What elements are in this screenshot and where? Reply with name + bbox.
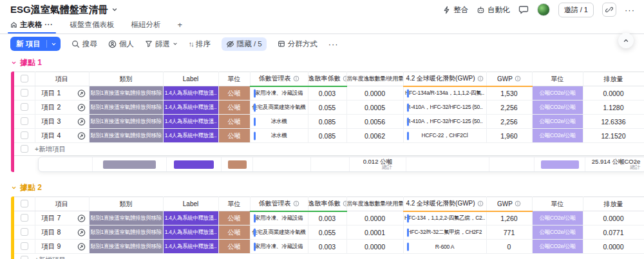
row-checkbox[interactable] (21, 256, 28, 259)
row-checkbox[interactable] (21, 103, 28, 111)
label-cell[interactable]: 1.4人為系統中釋放溫.. (163, 240, 218, 254)
expand-record-icon[interactable] (77, 214, 86, 222)
gwp-ref-cell[interactable]: R-600 A (403, 240, 486, 254)
col-header-gwp-unit[interactable]: 單位 (532, 72, 583, 86)
summary-category[interactable] (93, 157, 167, 171)
col-header-label[interactable]: Label (163, 72, 218, 86)
emission-cell[interactable]: 0.0771 (583, 225, 644, 240)
col-header-gwp-unit[interactable]: 單位 (532, 197, 583, 211)
item-cell[interactable]: 項目 4 (35, 129, 89, 143)
invite-button[interactable]: 邀請 / 1 (558, 3, 594, 17)
col-header-category[interactable]: 類別 (89, 72, 163, 86)
sort-button[interactable]: ↑↓ 排序 (189, 39, 211, 49)
integrations-button[interactable]: 整合 (442, 5, 468, 15)
gwp-unit-cell[interactable]: 公噸CO2e/公噸 (532, 101, 583, 115)
col-header-annual[interactable]: 當年度逸散數量/使用量 (346, 197, 403, 211)
summary-emission-total[interactable]: 25.914 公噸CO2e總計 (585, 157, 644, 171)
row-checkbox[interactable] (21, 89, 28, 97)
gwp-unit-cell[interactable]: 公噸CO2e/公噸 (532, 115, 583, 129)
add-item-button[interactable]: +新增項目 (35, 254, 644, 259)
row-checkbox-cell[interactable] (14, 211, 35, 225)
annual-cell[interactable]: 0.0000 (346, 240, 403, 254)
add-item-row[interactable]: +新增項目 (14, 143, 644, 156)
annual-cell[interactable]: 0.0056 (346, 115, 403, 129)
row-checkbox[interactable] (21, 242, 28, 250)
automation-button[interactable]: 自動化 (477, 5, 510, 15)
rate-cell[interactable]: 0.003 (308, 211, 346, 225)
add-view-button[interactable]: + (178, 20, 183, 34)
summary-label[interactable] (167, 157, 222, 171)
coeff-table-cell[interactable]: 冰水機 (250, 129, 308, 143)
expand-record-icon[interactable] (77, 242, 86, 251)
summary-coeff[interactable] (253, 157, 311, 171)
row-checkbox-cell[interactable] (14, 240, 35, 254)
gwp-cell[interactable]: 1,960 (486, 129, 532, 143)
item-cell[interactable]: 項目 2 (35, 101, 89, 115)
select-all-checkbox-cell[interactable] (14, 72, 35, 86)
coeff-table-cell[interactable]: 家用冷凍、冷藏設備 (250, 211, 308, 225)
table-row[interactable]: 項目 9 類別1直接溫室氣體排放與移除 1.4人為系統中釋放溫.. 公噸 家用冷… (14, 240, 644, 254)
select-all-checkbox[interactable] (21, 200, 28, 207)
expand-record-icon[interactable] (77, 117, 86, 126)
unit-cell[interactable]: 公噸 (218, 101, 250, 115)
expand-record-icon[interactable] (77, 131, 86, 140)
row-checkbox[interactable] (21, 214, 28, 222)
gwp-cell[interactable]: 0 (486, 240, 532, 254)
col-header-gwp[interactable]: GWP (486, 72, 532, 86)
rate-cell[interactable]: 0.085 (308, 129, 346, 143)
table-row[interactable]: 項目 7 類別1直接溫室氣體排放與移除 1.4人為系統中釋放溫.. 公噸 家用冷… (14, 211, 644, 225)
gwp-ref-cell[interactable]: HFC-134，1,1,2,2-四氟乙烷，C2.. (403, 211, 486, 225)
emission-cell[interactable]: 1.1280 (583, 101, 644, 115)
gwp-ref-cell[interactable]: HFC-32/R-32二氟甲烷，CH2F2 (403, 225, 486, 240)
item-cell[interactable]: 項目 3 (35, 115, 89, 129)
hide-fields-button[interactable]: 隱藏 / 5 (222, 37, 267, 51)
gwp-unit-cell[interactable]: 公噸CO2e/公噸 (532, 240, 583, 254)
row-checkbox-cell[interactable] (14, 86, 35, 101)
expand-record-icon[interactable] (77, 89, 86, 97)
item-cell[interactable]: 項目 9 (35, 240, 89, 254)
emission-cell[interactable]: 0.0000 (583, 240, 644, 254)
header-more-button[interactable]: ··· (625, 5, 635, 15)
row-checkbox[interactable] (21, 228, 28, 236)
gwp-ref-cell[interactable]: HCFC-22，CHF2Cl (403, 129, 486, 143)
comment-icon[interactable] (518, 5, 529, 15)
table-row[interactable]: 項目 1 類別1直接溫室氣體排放與移除 1.4人為系統中釋放溫.. 公噸 家用冷… (14, 86, 644, 101)
group-by-button[interactable]: 分群方式 (278, 39, 317, 49)
tab-pivot-analysis[interactable]: 樞紐分析 (131, 20, 161, 34)
title-chevron-down-icon[interactable] (111, 6, 118, 13)
coeff-table-cell[interactable]: 冰水機 (250, 115, 308, 129)
coeff-table-cell[interactable]: 住宅及商業建築冷氣機 (250, 101, 308, 115)
coeff-table-cell[interactable]: 家用冷凍、冷藏設備 (250, 240, 308, 254)
add-item-row[interactable]: +新增項目 (14, 254, 644, 259)
summary-gwp-unit[interactable] (535, 157, 585, 171)
col-header-rate[interactable]: 逸散率係數 (308, 72, 346, 86)
annual-cell[interactable]: 0.0001 (346, 225, 403, 240)
group-2-header[interactable]: 據點 2 (11, 182, 644, 193)
col-header-coeff-table[interactable]: 係數管理表 (250, 72, 308, 86)
add-item-button[interactable]: +新增項目 (35, 143, 644, 156)
row-checkbox-cell[interactable] (14, 115, 35, 129)
gwp-unit-cell[interactable]: 公噸CO2e/公噸 (532, 129, 583, 143)
col-header-unit[interactable]: 單位 (218, 72, 250, 86)
category-cell[interactable]: 類別1直接溫室氣體排放與移除 (89, 240, 163, 254)
summary-unit[interactable] (222, 157, 253, 171)
select-all-checkbox[interactable] (21, 75, 28, 82)
unit-cell[interactable]: 公噸 (218, 225, 250, 240)
col-header-emission[interactable]: 排放量 (583, 72, 644, 86)
label-cell[interactable]: 1.4人為系統中釋放溫.. (163, 101, 218, 115)
person-filter-button[interactable]: 個人 (108, 39, 134, 49)
gwp-ref-cell[interactable]: R-410A，HFC-32/HFC-125 (50.. (403, 101, 486, 115)
col-header-gwp-ref[interactable]: 4.2 全球暖化潛勢(GWP) (403, 72, 486, 86)
gwp-ref-cell[interactable]: HFC-134a/R-134a，1,1,1,2-四氟.. (403, 86, 486, 101)
label-cell[interactable]: 1.4人為系統中釋放溫.. (163, 129, 218, 143)
coeff-table-cell[interactable]: 住宅及商業建築冷氣機 (250, 225, 308, 240)
annual-cell[interactable]: 0.0000 (346, 211, 403, 225)
col-header-coeff-table[interactable]: 係數管理表 (250, 197, 308, 211)
category-cell[interactable]: 類別1直接溫室氣體排放與移除 (89, 86, 163, 101)
gwp-unit-cell[interactable]: 公噸CO2e/公噸 (532, 211, 583, 225)
share-link-button[interactable] (602, 3, 616, 17)
gwp-cell[interactable]: 2,256 (486, 101, 532, 115)
col-header-gwp[interactable]: GWP (486, 197, 532, 211)
summary-annual-total[interactable]: 0.012 公噸總計 (350, 157, 406, 171)
tab-carbon-dashboard[interactable]: 碳盤查儀表板 (70, 20, 115, 34)
